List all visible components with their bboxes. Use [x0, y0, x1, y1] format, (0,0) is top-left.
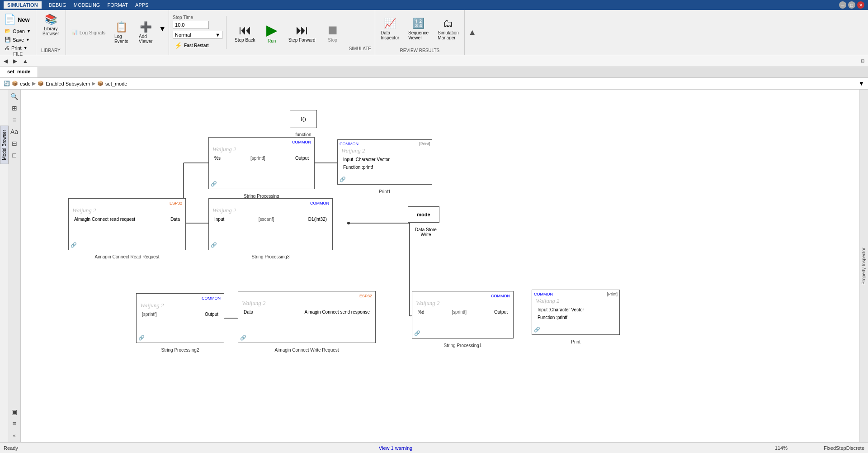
nav-up-button[interactable]: ▲	[21, 57, 30, 65]
tab-bar: set_mode	[0, 67, 868, 78]
aimagin-read-block[interactable]: ESP32 Waijung 2 Aimagin Connect read req…	[68, 198, 186, 250]
nav-collapse-button[interactable]: ⊟	[859, 57, 866, 64]
stop-button[interactable]: ⏹ Stop	[322, 21, 344, 44]
divider	[226, 16, 226, 49]
breadcrumb-enabled-subsystem[interactable]: Enabled Subsystem	[46, 81, 90, 86]
breadcrumb-icon: 📦	[12, 81, 18, 86]
minus-icon[interactable]: ⊟	[9, 138, 19, 148]
list-icon[interactable]: ≡	[9, 115, 19, 125]
model-browser-tab[interactable]: Model Browser	[0, 126, 9, 164]
print-button[interactable]: 🖨Print▼	[2, 44, 34, 52]
string-processing2-label: String Processing2	[136, 348, 224, 353]
canvas-connections	[21, 90, 859, 442]
function-block[interactable]: f()	[290, 110, 317, 128]
string-processing1-block[interactable]: COMMON Waijung 2 %d [sprintf] Output 🔗	[412, 291, 514, 339]
status-bar: Ready View 1 warning 114% FixedStepDiscr…	[0, 442, 868, 453]
prepare-more-button[interactable]: ▼	[159, 25, 166, 33]
text-icon[interactable]: Aa	[9, 127, 19, 137]
breadcrumb-sep-2: ▶	[92, 81, 95, 86]
open-button[interactable]: 📂Open▼	[2, 27, 34, 35]
main-area: Model Browser 🔍 ⊞ ≡ Aa ⊟ □ ▣ ≡ «	[0, 90, 868, 442]
print-block[interactable]: COMMON [Print] Waijung 2 Input :Characte…	[532, 290, 620, 335]
print1-block[interactable]: COMMON [Print] Waijung 2 Input :Characte…	[337, 139, 432, 185]
file-label: FILE	[2, 52, 34, 57]
stop-time-input[interactable]	[173, 21, 209, 29]
screenshots-icon[interactable]: ▣	[9, 407, 19, 417]
menu-bar: SIMULATION DEBUG MODELING FORMAT APPS ─ …	[0, 0, 868, 10]
simulate-label: SIMULATE	[345, 46, 371, 53]
aimagin-read-label: Aimagin Connect Read Request	[68, 254, 186, 259]
breadcrumb: 🔄 📦 esdc ▶ 📦 Enabled Subsystem ▶ 📦 set_m…	[0, 78, 868, 90]
window-minimize[interactable]: ─	[839, 1, 846, 9]
stop-time-area: Stop Time	[173, 15, 222, 29]
function-label: function	[290, 132, 317, 137]
sequence-viewer-button[interactable]: 🔢 SequenceViewer	[405, 16, 432, 42]
menu-format[interactable]: FORMAT	[107, 2, 128, 8]
string-processing-block[interactable]: COMMON Waijung 2 %s [sprintf] Output 🔗	[208, 137, 315, 189]
status-ready: Ready	[4, 445, 200, 451]
property-inspector-label: Property Inspector	[861, 248, 866, 285]
window-close[interactable]: ✕	[857, 1, 864, 9]
string-processing1-label: String Processing1	[412, 343, 514, 348]
menu-simulation[interactable]: SIMULATION	[4, 1, 42, 9]
print1-label: Print1	[337, 189, 432, 194]
tab-set-mode[interactable]: set_mode	[0, 67, 38, 77]
file-group: 📄 New 📂Open▼ 💾Save▼ 🖨Print▼ FILE	[0, 10, 36, 55]
breadcrumb-esdc[interactable]: esdc	[20, 81, 30, 86]
fast-restart-button[interactable]: ⚡ Fast Restart	[173, 41, 222, 50]
breadcrumb-expand[interactable]: ▼	[859, 80, 864, 87]
canvas-area[interactable]: f() function COMMON Waijung 2 %s [sprint…	[21, 90, 859, 442]
mode-dropdown[interactable]: Normal ▼	[173, 31, 222, 39]
library-icon[interactable]: ≡	[9, 419, 19, 429]
svg-point-5	[347, 222, 350, 224]
box-icon[interactable]: □	[9, 150, 19, 160]
status-zoom: 114%	[592, 445, 788, 451]
run-button[interactable]: ▶ Run	[262, 19, 282, 45]
new-button[interactable]: 📄 New	[2, 12, 34, 27]
window-maximize[interactable]: □	[848, 1, 855, 9]
string-processing3-block[interactable]: COMMON Waijung 2 Input [sscanf] D1(int32…	[208, 198, 333, 250]
status-warning[interactable]: View 1 warning	[200, 445, 592, 451]
string-processing2-block[interactable]: COMMON Waijung 2 [sprintf] Output 🔗	[136, 293, 224, 343]
review-label: REVIEW RESULTS	[400, 48, 440, 53]
prepare-group: 📊Log Signals 📋 LogEvents ➕ AddViewer ▼ P…	[66, 10, 169, 55]
log-events-button[interactable]: 📋 LogEvents	[110, 19, 132, 46]
ribbon: 📄 New 📂Open▼ 💾Save▼ 🖨Print▼ FILE 📚 Libra…	[0, 10, 868, 55]
print-label: Print	[532, 339, 620, 344]
save-button[interactable]: 💾Save▼	[2, 36, 34, 43]
stop-time-label: Stop Time	[173, 15, 222, 20]
property-inspector-sidebar[interactable]: Property Inspector	[859, 90, 868, 442]
nav-forward-button[interactable]: ▶	[11, 57, 19, 65]
string-processing3-label: String Processing3	[208, 254, 333, 259]
data-store-label: Data StoreWrite	[408, 227, 444, 237]
data-inspector-button[interactable]: 📈 DataInspector	[377, 16, 403, 42]
nav-toolbar: ◀ ▶ ▲ ⊟	[0, 55, 868, 67]
aimagin-write-label: Aimagin Connect Write Request	[238, 348, 376, 353]
left-sidebar: 🔍 ⊞ ≡ Aa ⊟ □ ▣ ≡ «	[8, 90, 21, 442]
menu-debug[interactable]: DEBUG	[49, 2, 66, 8]
breadcrumb-icon-2: 📦	[38, 81, 44, 86]
breadcrumb-icon-3: 📦	[97, 81, 104, 86]
library-browser-button[interactable]: 📚 LibraryBrowser	[39, 12, 63, 38]
library-label: LIBRARY	[41, 48, 61, 53]
breadcrumb-sep-1: ▶	[32, 81, 36, 86]
zoom-icon[interactable]: 🔍	[9, 91, 19, 101]
simulate-group: Stop Time Normal ▼ ⚡ Fast Restart ⏮ Step…	[169, 10, 375, 55]
breadcrumb-set-mode[interactable]: set_mode	[105, 81, 127, 86]
data-store-write-block[interactable]: mode	[408, 206, 439, 223]
simulation-manager-button[interactable]: 🗂 SimulationManager	[434, 16, 462, 42]
review-results-group: 📈 DataInspector 🔢 SequenceViewer 🗂 Simul…	[375, 10, 465, 55]
aimagin-write-block[interactable]: ESP32 Waijung 2 Data Aimagin Connect sen…	[238, 291, 376, 343]
nav-back-button[interactable]: ◀	[2, 57, 9, 65]
breadcrumb-nav-icon: 🔄	[4, 81, 10, 86]
log-signals-button[interactable]: 📊Log Signals	[69, 29, 108, 36]
ribbon-expand-button[interactable]: ▲	[465, 10, 480, 55]
fit-icon[interactable]: ⊞	[9, 103, 19, 113]
add-viewer-button[interactable]: ➕ AddViewer	[134, 19, 157, 46]
window-controls: ─ □ ✕	[839, 1, 864, 9]
step-forward-button[interactable]: ⏭ Step Forward	[284, 21, 320, 44]
collapse-sidebar-icon[interactable]: «	[9, 430, 19, 440]
menu-apps[interactable]: APPS	[135, 2, 148, 8]
step-back-button[interactable]: ⏮ Step Back	[230, 21, 260, 44]
menu-modeling[interactable]: MODELING	[74, 2, 100, 8]
